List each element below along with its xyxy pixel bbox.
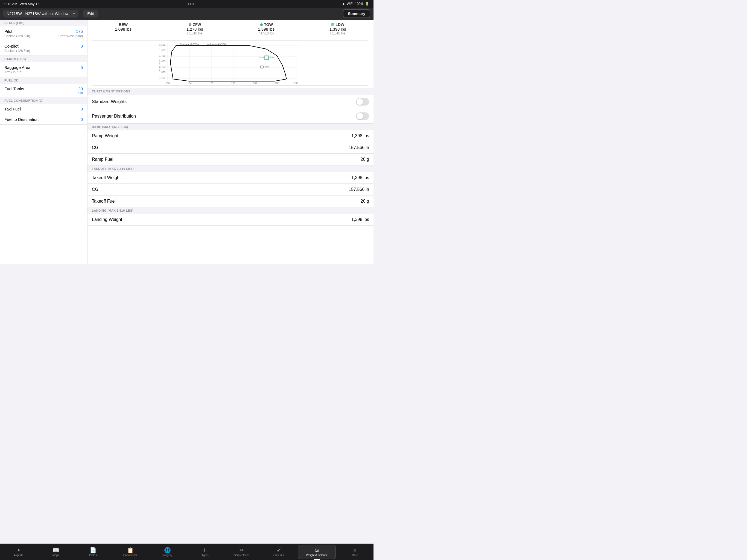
aircraft-selector[interactable]: N271BW - N271BW without Windows ▼ <box>3 10 78 18</box>
baggage-item[interactable]: Baggage Area 5 Arm (157 in) <box>0 62 87 77</box>
bew-column: BEW 1,098 lbs <box>111 22 135 31</box>
passenger-distribution-label: Passenger Distribution <box>92 114 136 119</box>
main-content: SEATS (LBS) Pilot 175 Cockpit (128.5 in)… <box>0 20 374 263</box>
svg-text:153: 153 <box>165 82 170 84</box>
ramp-cg-row: CG 157.566 in <box>87 142 374 154</box>
date: Wed May 15 <box>20 2 40 6</box>
signal-icon: ▲ <box>342 2 345 6</box>
taxi-fuel-title: Taxi Fuel <box>4 107 21 111</box>
toolbar: N271BW - N271BW without Windows ▼ Edit S… <box>0 8 374 20</box>
takeoff-weight-row: Takeoff Weight 1,398 lbs <box>87 172 374 184</box>
landing-weight-row: Landing Weight 1,398 lbs <box>87 214 374 226</box>
svg-text:—Structural MTOW: —Structural MTOW <box>207 43 226 45</box>
svg-text:LDW: LDW <box>259 56 264 58</box>
pilot-value: 175 <box>76 29 83 34</box>
fuel-tanks-max: / 20 <box>78 91 83 94</box>
cg-chart-svg: 1,520 1,500 1,460 1,420 1,400 1,360 1,32… <box>92 41 369 84</box>
svg-text:156: 156 <box>231 82 235 84</box>
passenger-distribution-toggle[interactable] <box>356 112 369 120</box>
pilot-title: Pilot <box>4 29 12 34</box>
svg-text:1,460: 1,460 <box>159 54 165 57</box>
left-panel: SEATS (LBS) Pilot 175 Cockpit (128.5 in)… <box>0 20 87 263</box>
fuel-consumption-header: FUEL CONSUMPTION (G) <box>0 97 87 104</box>
ldw-value: 1,398 lbs <box>330 27 346 31</box>
taxi-fuel-item[interactable]: Taxi Fuel 0 <box>0 104 87 114</box>
summary-button[interactable]: Summary <box>343 9 370 18</box>
fuel-destination-title: Fuel to Destination <box>4 117 38 122</box>
bew-value: 1,098 lbs <box>115 27 131 31</box>
takeoff-cg-value: 157.566 in <box>349 187 369 192</box>
curtailment-header: CURTAILMENT OPTIONS <box>87 88 374 95</box>
three-dots-indicator <box>187 3 194 5</box>
ramp-weight-value: 1,398 lbs <box>351 133 369 138</box>
svg-text:155: 155 <box>209 82 213 84</box>
fuel-destination-value: 0 <box>81 117 83 122</box>
fuel-tanks-value: 20 <box>78 86 83 91</box>
taxi-fuel-value: 0 <box>81 107 83 111</box>
fuel-destination-item[interactable]: Fuel to Destination 0 <box>0 114 87 125</box>
bew-label: BEW <box>115 22 131 27</box>
standard-weights-row: Standard Weights <box>87 95 374 109</box>
svg-text:157: 157 <box>253 82 257 84</box>
landing-weight-label: Landing Weight <box>92 217 122 222</box>
svg-text:1,500: 1,500 <box>159 49 165 52</box>
fuel-section-header: FUEL (G) <box>0 77 87 84</box>
chevron-down-icon: ▼ <box>73 12 75 15</box>
svg-text:Weight (lbs): Weight (lbs) <box>158 59 160 71</box>
takeoff-section-header: TAKEOFF (MAX 1,510 LBS) <box>87 166 374 172</box>
takeoff-weight-label: Takeoff Weight <box>92 175 121 180</box>
cg-chart: 1,520 1,500 1,460 1,420 1,400 1,360 1,32… <box>92 41 369 85</box>
standard-weights-toggle[interactable] <box>356 98 369 105</box>
fuel-tanks-title: Fuel Tanks <box>4 86 24 91</box>
battery-icon: 🔋 <box>365 2 369 6</box>
landing-weight-value: 1,398 lbs <box>351 217 369 222</box>
edit-button[interactable]: Edit <box>83 10 98 18</box>
ldw-label: ⊞ LDW <box>330 22 346 27</box>
takeoff-fuel-value: 20 g <box>361 199 369 204</box>
status-icons: ▲ WiFi 100% 🔋 <box>342 2 369 6</box>
svg-text:158: 158 <box>275 82 279 84</box>
takeoff-cg-label: CG <box>92 187 98 192</box>
pilot-item[interactable]: Pilot 175 Cockpit (128.5 in) Brett West … <box>0 26 87 41</box>
cargo-section-header: CARGO (LBS) <box>0 56 87 62</box>
tow-value: 1,398 lbs <box>258 27 275 31</box>
takeoff-weight-value: 1,398 lbs <box>351 175 369 180</box>
ramp-weight-row: Ramp Weight 1,398 lbs <box>87 130 374 142</box>
battery-label: 100% <box>355 2 363 6</box>
baggage-subtitle: Arm (157 in) <box>4 70 22 74</box>
standard-weights-label: Standard Weights <box>92 99 127 104</box>
ldw-column: ⊞ LDW 1,398 lbs / 1,510 lbs <box>326 22 350 35</box>
ramp-fuel-label: Ramp Fuel <box>92 157 113 162</box>
zfw-label: ⊕ ZFW <box>186 22 203 27</box>
aircraft-label: N271BW - N271BW without Windows <box>6 11 70 16</box>
ramp-weight-label: Ramp Weight <box>92 133 119 138</box>
ramp-fuel-row: Ramp Fuel 20 g <box>87 154 374 166</box>
takeoff-fuel-label: Takeoff Fuel <box>92 199 115 204</box>
zfw-max: / 1,510 lbs <box>186 31 203 35</box>
svg-text:154: 154 <box>187 82 191 84</box>
status-bar: 9:13 AM Wed May 15 ▲ WiFi 100% 🔋 <box>0 0 374 8</box>
ramp-section-header: RAMP (MAX 1,512 LBS) <box>87 124 374 130</box>
landing-section-header: LANDING (MAX 1,510 LBS) <box>87 207 374 214</box>
fuel-tanks-item[interactable]: Fuel Tanks 20 / 20 <box>0 84 87 97</box>
zfw-column: ⊕ ZFW 1,278 lbs / 1,510 lbs <box>183 22 206 35</box>
baggage-value: 5 <box>81 65 83 70</box>
svg-text:TOW: TOW <box>269 56 274 58</box>
ldw-max: / 1,510 lbs <box>330 31 346 35</box>
svg-text:159: 159 <box>294 82 298 84</box>
cg-chart-area: 1,520 1,500 1,460 1,420 1,400 1,360 1,32… <box>87 38 374 88</box>
pilot-subtitle: Cockpit (128.5 in) <box>4 34 30 38</box>
takeoff-cg-row: CG 157.566 in <box>87 184 374 196</box>
svg-text:1,320: 1,320 <box>159 76 165 79</box>
passenger-distribution-row: Passenger Distribution <box>87 109 374 124</box>
right-panel: BEW 1,098 lbs ⊕ ZFW 1,278 lbs / 1,510 lb… <box>87 20 374 263</box>
time: 9:13 AM <box>4 2 18 6</box>
pilot-person: Brett West (pilot) <box>58 34 83 38</box>
ramp-cg-value: 157.566 in <box>349 145 369 150</box>
svg-text:ZFW: ZFW <box>265 66 269 68</box>
copilot-value: 0 <box>81 44 83 48</box>
tow-column: ⊕ TOW 1,398 lbs / 1,510 lbs <box>255 22 278 35</box>
tow-max: / 1,510 lbs <box>258 31 275 35</box>
copilot-item[interactable]: Co-pilot 0 Cockpit (128.5 in) <box>0 41 87 56</box>
copilot-subtitle: Cockpit (128.5 in) <box>4 49 30 53</box>
